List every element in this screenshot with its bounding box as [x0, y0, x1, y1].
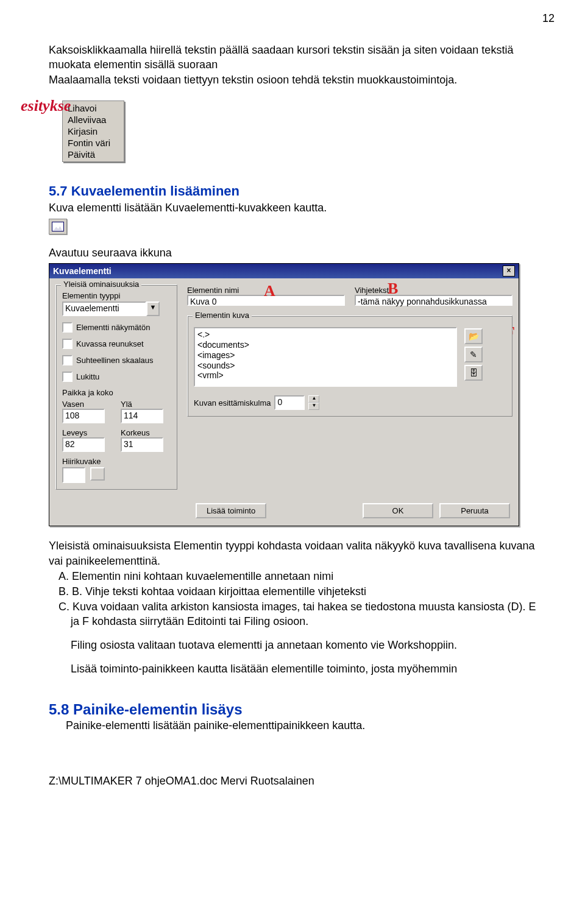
intro-paragraph: Kaksoisklikkaamalla hiirellä tekstin pää…	[49, 43, 536, 87]
input-vihjeteksti[interactable]: -tämä näkyy ponnahdusikkunassa	[355, 295, 512, 306]
dialog-title: Kuvaelementti	[53, 266, 112, 276]
heading-5-8-sub: Painike-elementti lisätään painike-eleme…	[49, 719, 536, 732]
context-menu[interactable]: Lihavoi Alleviivaa Kirjasin Fontin väri …	[62, 101, 124, 162]
dialog-title-bar: Kuvaelementti ×	[49, 264, 519, 278]
hiirikuvake-button[interactable]	[90, 467, 105, 481]
list-item[interactable]: <sounds>	[197, 361, 453, 371]
chevron-down-icon[interactable]: ▼	[146, 302, 160, 316]
label-korkeus: Korkeus	[121, 428, 171, 437]
list-item[interactable]: <documents>	[197, 340, 453, 350]
chevron-down-icon[interactable]: ▼	[308, 403, 319, 410]
label-leveys: Leveys	[62, 428, 112, 437]
input-yla[interactable]: 114	[121, 409, 163, 423]
avautuu-text: Avautuu seuraava ikkuna	[49, 247, 536, 259]
input-korkeus[interactable]: 31	[121, 437, 163, 452]
heading-5-8: 5.8 Painike-elementin lisäys	[49, 701, 536, 718]
after-c: C. Kuva voidaan valita arkiston kansiost…	[49, 599, 536, 630]
intro-line-1: Kaksoisklikkaamalla hiirellä tekstin pää…	[49, 44, 513, 71]
group-yleisia-label: Yleisiä ominaisuuksia	[61, 280, 141, 289]
checkbox-icon[interactable]	[62, 372, 73, 382]
label-vihjeteksti: Vihjeteksti	[355, 286, 512, 295]
after-b: B. B. Vihje teksti kohtaa voidaan kirjoi…	[49, 584, 536, 599]
chk-reunakset[interactable]: Kuvassa reunukset	[62, 339, 171, 349]
image-path-listbox[interactable]: <.> <documents> <images> <sounds> <vrml>	[194, 327, 457, 387]
ctx-item-paivita[interactable]: Päivitä	[63, 149, 124, 160]
checkbox-icon[interactable]	[62, 355, 73, 365]
edit-icon[interactable]: ✎	[464, 347, 483, 362]
list-item[interactable]: <.>	[197, 330, 453, 340]
close-icon[interactable]: ×	[503, 266, 515, 277]
heading-5-7-sub: Kuva elementti lisätään Kuvaelementti-ku…	[49, 200, 536, 215]
label-kuvan-esittamiskulma: Kuvan esittämiskulma	[194, 398, 271, 407]
marker-a: A	[264, 282, 275, 300]
after-p3: Lisää toiminto-painikkeen kautta lisätää…	[49, 661, 536, 677]
filing-icon[interactable]: 🗄	[464, 365, 483, 381]
chk-skaalaus[interactable]: Suhteellinen skaalaus	[62, 355, 171, 365]
heading-5-7: 5.7 Kuvaelementin lisääminen	[49, 183, 536, 199]
input-vasen[interactable]: 108	[62, 409, 105, 423]
kuvaelementti-dialog: Kuvaelementti × A B C D E F Yleisiä omin…	[49, 263, 519, 526]
ctx-item-lihavoi[interactable]: Lihavoi	[63, 102, 124, 114]
elementin-tyyppi-combo[interactable]: Kuvaelementti ▼	[62, 302, 160, 316]
after-p1: Yleisistä ominaisuuksista Elementin tyyp…	[49, 538, 536, 569]
input-leveys[interactable]: 82	[62, 437, 105, 452]
chk-reunakset-label: Kuvassa reunukset	[76, 339, 144, 348]
label-elementin-tyyppi: Elementin tyyppi	[62, 291, 171, 300]
chk-skaalaus-label: Suhteellinen skaalaus	[76, 356, 153, 365]
red-esitykse-text: esitykse	[21, 97, 34, 115]
ctx-item-kirjasin[interactable]: Kirjasin	[63, 125, 124, 137]
input-kuvan-esittamiskulma[interactable]: 0	[274, 395, 305, 410]
ctx-item-fontin-vari[interactable]: Fontin väri	[63, 137, 124, 149]
list-item[interactable]: <images>	[197, 350, 453, 361]
label-vasen: Vasen	[62, 400, 112, 409]
group-elementin-kuva: Elementin kuva <.> <documents> <images> …	[187, 316, 512, 417]
label-yla: Ylä	[121, 400, 171, 409]
hiirikuvake-preview	[62, 467, 85, 483]
list-item[interactable]: <vrml>	[197, 370, 453, 381]
intro-line-2: Maalaamalla teksti voidaan tiettyyn teks…	[49, 74, 457, 86]
image-element-icon[interactable]	[49, 219, 67, 235]
page-number: 12	[542, 12, 555, 25]
chk-lukittu-label: Lukittu	[76, 372, 99, 381]
chk-nakymaton[interactable]: Elementti näkymätön	[62, 322, 171, 333]
after-p2: Filing osiosta valitaan tuotava elementt…	[49, 638, 536, 653]
ctx-item-alleviivaa[interactable]: Alleviivaa	[63, 114, 124, 125]
group-yleisia: Yleisiä ominaisuuksia Elementin tyyppi K…	[55, 284, 177, 490]
chk-lukittu[interactable]: Lukittu	[62, 372, 171, 382]
checkbox-icon[interactable]	[62, 322, 73, 333]
ok-button[interactable]: OK	[363, 503, 433, 518]
after-dialog-text: Yleisistä ominaisuuksista Elementin tyyp…	[49, 538, 536, 677]
lisaa-toiminto-button[interactable]: Lisää toiminto	[196, 503, 266, 518]
chk-nakymaton-label: Elementti näkymätön	[76, 323, 150, 332]
checkbox-icon[interactable]	[62, 339, 73, 349]
elementin-tyyppi-value: Kuvaelementti	[62, 302, 146, 316]
label-paikka-koko: Paikka ja koko	[62, 388, 171, 397]
label-hiirikuvake: Hiirikuvake	[62, 457, 171, 466]
marker-b: B	[388, 280, 398, 298]
chevron-up-icon[interactable]: ▲	[308, 395, 319, 403]
peruuta-button[interactable]: Peruuta	[439, 503, 510, 518]
document-footer: Z:\MULTIMAKER 7 ohjeOMA1.doc Mervi Ruots…	[49, 775, 536, 788]
open-folder-icon[interactable]: 📂	[464, 328, 483, 344]
angle-spinner[interactable]: ▲▼	[308, 395, 319, 410]
after-a: A. Elementin nini kohtaan kuvaelementill…	[49, 569, 536, 584]
group-elementin-kuva-label: Elementin kuva	[193, 311, 252, 320]
